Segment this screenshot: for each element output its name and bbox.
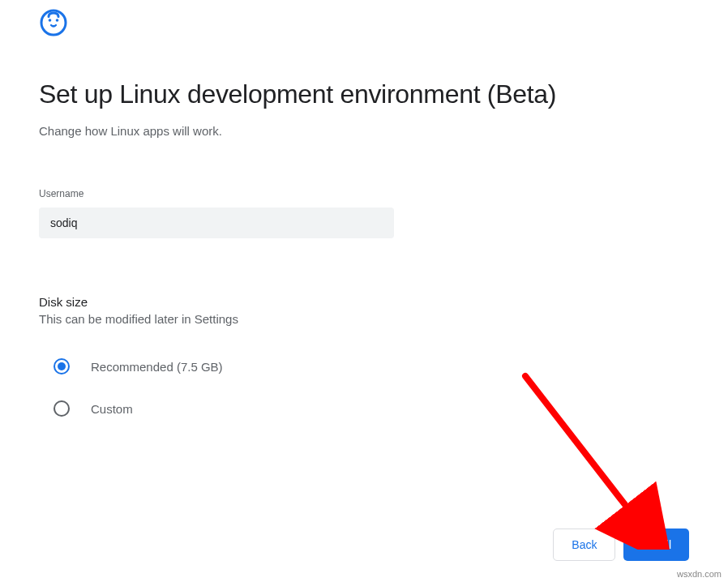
- svg-point-2: [56, 19, 59, 22]
- disk-size-title: Disk size: [39, 295, 689, 309]
- radio-icon: [54, 358, 70, 374]
- install-button[interactable]: Install: [623, 529, 689, 561]
- username-input[interactable]: [39, 208, 394, 238]
- back-button[interactable]: Back: [553, 529, 615, 561]
- page-subtitle: Change how Linux apps will work.: [39, 124, 689, 138]
- radio-option-custom[interactable]: Custom: [54, 400, 689, 417]
- disk-size-subtitle: This can be modified later in Settings: [39, 312, 689, 326]
- watermark-text: wsxdn.com: [677, 569, 722, 579]
- page-title: Set up Linux development environment (Be…: [39, 79, 689, 109]
- radio-label-recommended: Recommended (7.5 GB): [91, 360, 223, 374]
- dialog-button-bar: Back Install: [553, 529, 689, 561]
- disk-radio-group: Recommended (7.5 GB) Custom: [39, 358, 689, 417]
- svg-point-1: [49, 19, 52, 22]
- linux-penguin-icon: [39, 8, 689, 41]
- radio-option-recommended[interactable]: Recommended (7.5 GB): [54, 358, 689, 374]
- radio-label-custom: Custom: [91, 402, 133, 416]
- username-label: Username: [39, 188, 689, 199]
- radio-icon: [54, 400, 70, 417]
